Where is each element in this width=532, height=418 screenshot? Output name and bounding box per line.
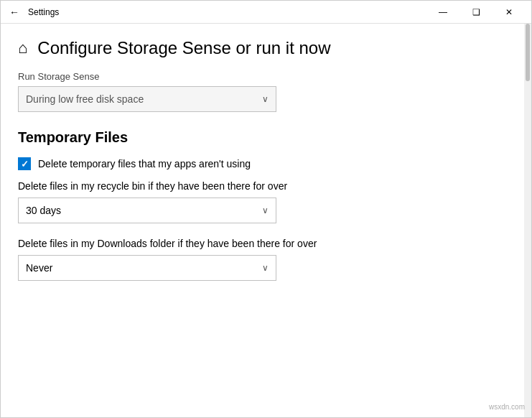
checkmark-icon: ✓: [21, 159, 29, 169]
downloads-dropdown[interactable]: Never ∨: [18, 255, 276, 281]
window-title: Settings: [28, 7, 59, 17]
run-sense-selected: During low free disk space: [26, 93, 144, 105]
minimize-button[interactable]: —: [426, 1, 459, 24]
scrollbar[interactable]: [524, 24, 531, 417]
run-sense-label: Run Storage Sense: [18, 71, 514, 82]
run-storage-sense-section: Run Storage Sense During low free disk s…: [18, 71, 514, 112]
downloads-chevron: ∨: [262, 263, 269, 273]
recycle-bin-dropdown[interactable]: 30 days ∨: [18, 198, 276, 223]
downloads-selected: Never: [26, 262, 52, 274]
delete-temp-files-checkbox[interactable]: ✓: [18, 157, 31, 170]
maximize-button[interactable]: ❑: [459, 1, 493, 24]
delete-temp-files-label: Delete temporary files that my apps aren…: [38, 158, 251, 169]
run-sense-chevron: ∨: [262, 94, 269, 104]
temporary-files-section: Temporary Files ✓ Delete temporary files…: [18, 129, 514, 281]
window-controls: — ❑ ✕: [426, 1, 526, 24]
delete-temp-files-row: ✓ Delete temporary files that my apps ar…: [18, 157, 514, 170]
home-icon[interactable]: ⌂: [18, 39, 27, 57]
page-title: Configure Storage Sense or run it now: [37, 38, 330, 58]
back-button[interactable]: ←: [9, 6, 19, 18]
page-header: ⌂ Configure Storage Sense or run it now: [18, 38, 514, 58]
run-sense-dropdown[interactable]: During low free disk space ∨: [18, 86, 276, 112]
scrollbar-thumb[interactable]: [526, 24, 530, 81]
settings-window: ← Settings — ❑ ✕ ⌂ Configure Storage Sen…: [0, 0, 532, 418]
page-content: ⌂ Configure Storage Sense or run it now …: [1, 24, 531, 417]
recycle-bin-chevron: ∨: [262, 205, 269, 215]
recycle-bin-description: Delete files in my recycle bin if they h…: [18, 180, 514, 192]
title-bar-left: ← Settings: [9, 6, 59, 18]
close-button[interactable]: ✕: [493, 1, 526, 24]
temporary-files-heading: Temporary Files: [18, 129, 514, 146]
downloads-description: Delete files in my Downloads folder if t…: [18, 238, 514, 249]
recycle-bin-selected: 30 days: [26, 205, 61, 216]
title-bar: ← Settings — ❑ ✕: [1, 1, 531, 24]
